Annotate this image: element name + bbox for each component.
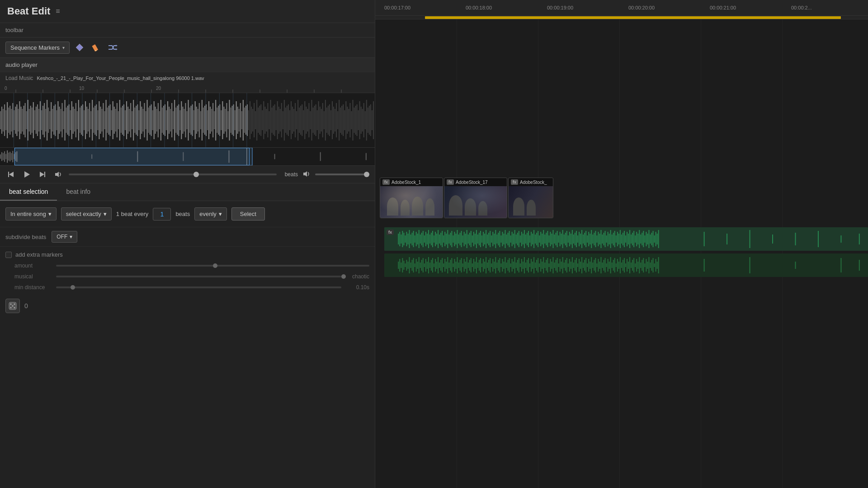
svg-rect-489 (592, 235, 593, 244)
svg-rect-317 (7, 150, 8, 163)
svg-rect-482 (583, 235, 584, 244)
svg-rect-284 (363, 103, 364, 137)
svg-rect-428 (509, 231, 510, 247)
svg-rect-22 (4, 104, 5, 136)
svg-rect-593 (461, 258, 462, 272)
svg-rect-164 (199, 103, 200, 137)
svg-rect-231 (291, 101, 292, 139)
evenly-dropdown[interactable]: evenly ▾ (194, 207, 227, 221)
skip-end-icon (39, 171, 46, 178)
svg-rect-710 (621, 263, 622, 268)
svg-rect-512 (624, 231, 625, 247)
svg-rect-469 (565, 233, 566, 245)
svg-rect-470 (566, 231, 567, 247)
svg-rect-397 (467, 230, 467, 248)
svg-rect-30 (15, 107, 16, 134)
svg-rect-503 (612, 235, 613, 244)
svg-rect-487 (590, 234, 590, 244)
svg-rect-215 (269, 111, 269, 129)
svg-rect-429 (510, 235, 511, 243)
audio-track-1-inner[interactable]: fx (384, 227, 868, 251)
skip-start-button[interactable] (5, 170, 16, 179)
select-exactly-dropdown[interactable]: select exactly ▾ (61, 207, 112, 221)
app-title: Beat Edit (7, 5, 50, 17)
svg-rect-611 (486, 257, 486, 273)
main-waveform[interactable]: // This won't run inside SVG directly; w… (0, 93, 375, 147)
min-distance-slider[interactable] (56, 286, 341, 288)
select-button[interactable]: Select (231, 207, 265, 221)
video-clip-1[interactable]: fx AdobeStock_1 (380, 178, 443, 218)
svg-rect-513 (625, 235, 626, 243)
load-music-label: Load Music (5, 75, 33, 81)
svg-rect-108 (122, 106, 123, 135)
svg-rect-205 (255, 111, 256, 129)
clip-1-overlay (380, 186, 443, 218)
svg-rect-563 (420, 263, 421, 268)
audio-track-2-inner[interactable] (384, 253, 868, 277)
random-count: 0 (24, 302, 28, 310)
svg-rect-413 (488, 233, 489, 245)
clip-1-fx: fx (382, 179, 390, 185)
svg-rect-651 (540, 259, 541, 272)
svg-rect-138 (163, 106, 164, 135)
svg-rect-410 (484, 234, 485, 244)
svg-rect-127 (148, 108, 149, 133)
tab-beat-info[interactable]: beat info (57, 183, 99, 201)
subdivide-dropdown[interactable]: OFF ▾ (52, 231, 77, 243)
play-button[interactable] (21, 169, 33, 179)
beats-slider-handle (364, 172, 369, 177)
musical-slider[interactable] (56, 276, 341, 277)
timeline-ruler: 00:00:17:00 00:00:18:00 00:00:19:00 00:0… (375, 0, 868, 16)
skip-end-button[interactable] (37, 170, 48, 179)
pin-icon-button[interactable] (73, 41, 86, 54)
amount-slider[interactable] (56, 265, 369, 267)
svg-rect-207 (258, 108, 259, 133)
tab-beat-selection[interactable]: beat selection (0, 183, 57, 201)
subdivide-arrow: ▾ (70, 234, 72, 240)
svg-rect-556 (410, 263, 411, 268)
svg-rect-687 (590, 262, 590, 269)
svg-rect-61 (57, 101, 58, 139)
svg-rect-102 (114, 107, 115, 134)
svg-rect-536 (657, 234, 658, 244)
svg-rect-596 (465, 262, 466, 269)
svg-rect-560 (416, 259, 417, 272)
svg-rect-542 (795, 233, 796, 245)
progress-slider[interactable] (69, 174, 277, 175)
audio-player-label: audio player (5, 61, 38, 68)
pencil-icon-button[interactable] (90, 41, 102, 54)
svg-rect-426 (506, 235, 507, 244)
svg-rect-379 (442, 231, 443, 247)
video-clip-3[interactable]: fx AdobeStock_ (508, 178, 553, 218)
svg-rect-172 (210, 107, 211, 134)
svg-rect-290 (372, 110, 373, 130)
volume-button[interactable] (52, 170, 64, 179)
beats-volume-icon[interactable] (302, 170, 311, 179)
svg-rect-181 (222, 101, 223, 139)
scope-dropdown[interactable]: In entire song ▾ (5, 207, 57, 221)
svg-rect-117 (134, 108, 135, 133)
extra-markers-checkbox[interactable] (5, 252, 12, 258)
beat-tabs: beat selection beat info (0, 183, 375, 201)
beat-number-input[interactable]: 1 (153, 208, 171, 221)
mini-waveform[interactable] (0, 147, 375, 165)
svg-rect-203 (252, 109, 253, 131)
svg-rect-354 (407, 234, 408, 244)
shuffle-icon-button[interactable] (106, 41, 119, 54)
svg-rect-547 (398, 262, 399, 269)
svg-rect-496 (602, 235, 603, 244)
svg-rect-89 (96, 104, 97, 136)
beats-volume-slider[interactable] (315, 174, 369, 175)
svg-rect-237 (299, 108, 300, 133)
svg-rect-243 (307, 109, 308, 131)
marker-type-dropdown[interactable]: Sequence Markers ▾ (5, 42, 70, 54)
svg-rect-587 (453, 263, 453, 267)
clip-2-overlay (444, 186, 507, 218)
video-clip-2[interactable]: fx AdobeStock_17 (444, 178, 507, 218)
audio-filename: Keshco_-_21_-_Play_For_Your_People_music… (37, 75, 204, 81)
shuffle-icon (108, 43, 118, 52)
dice-button[interactable] (5, 299, 20, 313)
svg-rect-450 (539, 235, 540, 243)
menu-icon[interactable]: ≡ (56, 7, 60, 15)
svg-rect-438 (523, 234, 524, 244)
